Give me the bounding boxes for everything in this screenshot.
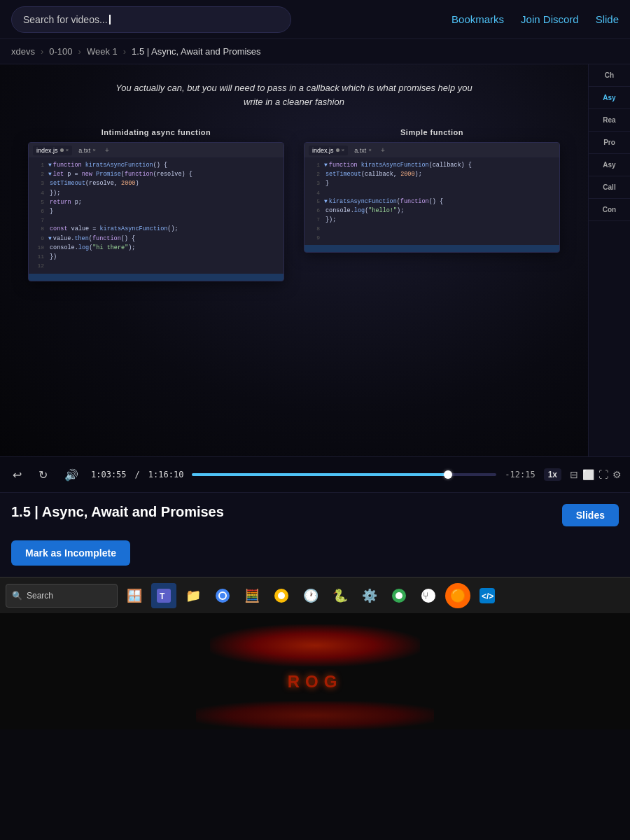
speed-badge[interactable]: 1x: [544, 468, 561, 481]
skip-forward-button[interactable]: ↻: [34, 465, 52, 484]
breadcrumb: xdevs › 0-100 › Week 1 › 1.5 | Async, Aw…: [0, 39, 630, 64]
left-tab-active[interactable]: index.js ×: [33, 146, 72, 155]
right-tab-2[interactable]: a.txt ×: [351, 146, 375, 155]
breadcrumb-sep-1: ›: [78, 46, 81, 57]
search-bar[interactable]: Search for videos...: [11, 6, 291, 33]
svg-text:⑂: ⑂: [423, 590, 428, 601]
right-tab-close-2[interactable]: ×: [368, 147, 372, 153]
current-time: 1:03:55: [91, 470, 127, 479]
taskbar-icon-settings[interactable]: ⚙️: [357, 583, 382, 608]
tab-dot: [60, 148, 64, 152]
sidebar-item-5[interactable]: Call: [589, 176, 630, 199]
actions-row: Mark as Incomplete: [0, 535, 630, 577]
left-panel-wrap: Intimidating async function index.js × a…: [28, 128, 284, 281]
ctrl-icons: ⊟ ⬜ ⛶ ⚙: [570, 469, 622, 480]
taskbar-icon-vscode[interactable]: </>: [475, 583, 500, 608]
taskbar-icon-clock[interactable]: 🕐: [298, 583, 323, 608]
breadcrumb-item-2[interactable]: Week 1: [87, 46, 118, 57]
sidebar-item-4[interactable]: Asy: [589, 154, 630, 176]
mark-incomplete-button[interactable]: Mark as Incomplete: [11, 540, 130, 566]
taskbar-icon-windows[interactable]: 🪟: [122, 583, 147, 608]
svg-point-4: [220, 593, 225, 598]
settings-icon[interactable]: ⚙: [612, 469, 622, 480]
right-tab-dot: [336, 148, 340, 152]
nav-links: Bookmarks Join Discord Slide: [451, 13, 619, 25]
tab-close-2[interactable]: ×: [92, 147, 96, 153]
tab-plus[interactable]: +: [105, 146, 109, 154]
taskbar-icon-calculator[interactable]: 🧮: [239, 583, 265, 608]
taskbar-icon-chrome[interactable]: [210, 583, 235, 608]
video-title: 1.5 | Async, Await and Promises: [11, 504, 224, 520]
total-time: 1:16:10: [148, 470, 184, 479]
sidebar-item-3[interactable]: Pro: [589, 132, 630, 154]
progress-fill: [192, 473, 447, 476]
svg-text:T: T: [160, 592, 165, 601]
svg-point-6: [278, 592, 285, 599]
sidebar-item-0[interactable]: Ch: [589, 64, 630, 87]
progress-bar[interactable]: [192, 473, 496, 476]
taskbar-icon-teams[interactable]: T: [151, 583, 176, 608]
breadcrumb-sep-0: ›: [41, 46, 43, 57]
left-titlebar: index.js × a.txt × +: [29, 143, 284, 158]
left-panel-label: Intimidating async function: [102, 128, 211, 136]
sidebar-item-1[interactable]: Asy: [589, 87, 630, 109]
subtitles-icon[interactable]: ⊟: [570, 469, 578, 480]
left-code-footer: [29, 274, 284, 281]
taskbar-icon-orange[interactable]: 🟠: [445, 583, 470, 608]
slides-link[interactable]: Slide: [596, 13, 619, 25]
time-remaining: -12:15: [505, 470, 535, 479]
progress-thumb: [444, 470, 452, 479]
breadcrumb-item-0[interactable]: xdevs: [11, 46, 35, 57]
left-tab-2[interactable]: a.txt ×: [75, 146, 99, 155]
rog-logo: ROG: [288, 672, 343, 692]
discord-link[interactable]: Join Discord: [521, 13, 579, 25]
right-code-window: index.js × a.txt × + 1▼function kira: [304, 142, 560, 253]
pip-icon[interactable]: ⬜: [582, 469, 594, 480]
slide-subtitle: You actually can, but you will need to p…: [112, 81, 476, 108]
breadcrumb-item-1[interactable]: 0-100: [49, 46, 72, 57]
fullscreen-icon[interactable]: ⛶: [598, 469, 608, 480]
video-controls: ↩ ↻ 🔊 1:03:55 / 1:16:10 -12:15 1x ⊟ ⬜ ⛶ …: [0, 456, 630, 493]
svg-text:</>: </>: [482, 592, 493, 601]
sidebar-item-2[interactable]: Rea: [589, 109, 630, 132]
svg-point-8: [396, 592, 402, 599]
keyboard-area: ROG: [0, 613, 630, 729]
taskbar-icon-chrome2[interactable]: [269, 583, 294, 608]
top-nav: Search for videos... Bookmarks Join Disc…: [0, 0, 630, 39]
right-titlebar: index.js × a.txt × +: [304, 143, 559, 158]
taskbar-icon-browser[interactable]: [386, 583, 412, 608]
volume-button[interactable]: 🔊: [60, 465, 83, 484]
time-sep: /: [135, 470, 140, 479]
keyboard-glow: [210, 624, 420, 666]
sidebar-item-6[interactable]: Con: [589, 199, 630, 221]
taskbar-icon-files[interactable]: 📁: [181, 583, 206, 608]
breadcrumb-sep-2: ›: [123, 46, 126, 57]
video-bg: You actually can, but you will need to p…: [0, 64, 588, 456]
video-area: You actually can, but you will need to p…: [0, 64, 588, 456]
search-text: Search for videos...: [23, 14, 108, 25]
right-code-body: 1▼function kiratsAsyncFunction(callback)…: [304, 158, 559, 245]
left-code-window: index.js × a.txt × + 1▼function kira: [28, 142, 284, 281]
taskbar-icon-python[interactable]: 🐍: [328, 583, 353, 608]
right-code-footer: [304, 245, 559, 252]
bookmarks-link[interactable]: Bookmarks: [451, 13, 504, 25]
taskbar-search-icon: 🔍: [12, 591, 22, 601]
right-tab-plus[interactable]: +: [381, 146, 385, 154]
sidebar: Ch Asy Rea Pro Asy Call Con: [588, 64, 630, 456]
code-panels: Intimidating async function index.js × a…: [0, 128, 588, 281]
search-cursor: [109, 15, 111, 24]
taskbar-search[interactable]: 🔍 Search: [6, 584, 118, 608]
content-wrapper: You actually can, but you will need to p…: [0, 64, 630, 456]
left-code-body: 1▼function kiratsAsyncFunction() { 2▼ le…: [29, 158, 284, 274]
right-tab-active[interactable]: index.js ×: [309, 146, 348, 155]
right-panel-label: Simple function: [400, 128, 463, 136]
tab-close[interactable]: ×: [66, 147, 69, 153]
breadcrumb-item-3: 1.5 | Async, Await and Promises: [132, 46, 261, 57]
taskbar-icon-github[interactable]: ⑂: [416, 583, 441, 608]
taskbar-search-label: Search: [27, 591, 53, 601]
slides-button[interactable]: Slides: [562, 504, 619, 526]
right-tab-close[interactable]: ×: [342, 147, 345, 153]
video-title-section: 1.5 | Async, Await and Promises Slides: [0, 493, 630, 535]
right-panel-wrap: Simple function index.js × a.txt ×: [304, 128, 560, 281]
skip-back-button[interactable]: ↩: [8, 465, 26, 484]
